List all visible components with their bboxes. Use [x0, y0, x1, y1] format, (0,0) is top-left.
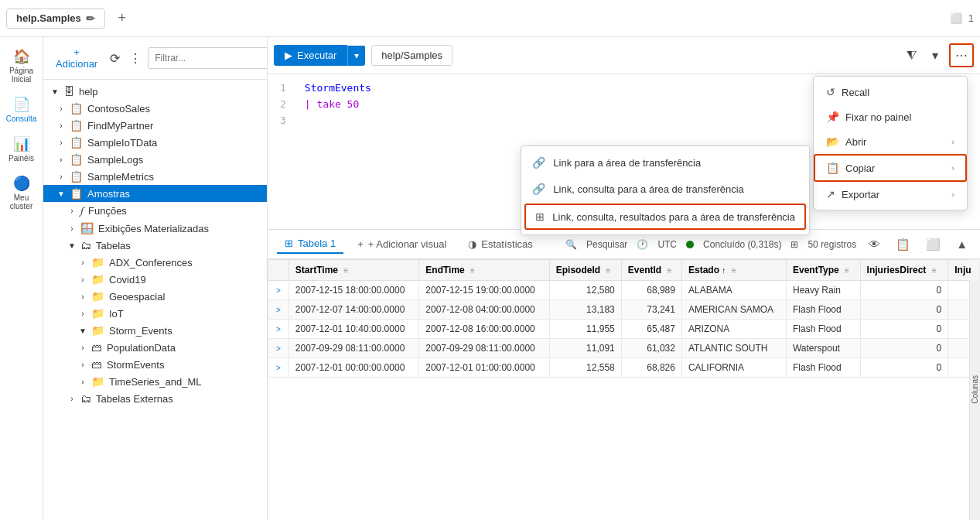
- results-toolbar: ⊞ Tabela 1 + + Adicionar visual ◑ Estatí…: [268, 230, 980, 259]
- kebab-icon[interactable]: ⋮: [126, 48, 145, 69]
- line-num-3: 3: [280, 113, 299, 129]
- tree-item-stormevents[interactable]: › 🗃 StormEvents: [43, 356, 267, 373]
- chevron-icon: ›: [77, 378, 88, 386]
- cell-episodeid: 11,955: [549, 320, 621, 339]
- tree-item-covid[interactable]: › 📁 Covid19: [43, 271, 267, 288]
- chevron-icon: ›: [56, 173, 67, 181]
- th-eventtype[interactable]: EventType ≡: [786, 260, 860, 281]
- tree-item-contosoSales[interactable]: › 📋 ContosoSales: [43, 100, 267, 117]
- more-options-button[interactable]: ⋯: [949, 43, 974, 67]
- tree-item-funcoes[interactable]: › 𝑓 Funções: [43, 202, 267, 220]
- active-tab[interactable]: help.Samples ✏: [6, 9, 105, 29]
- tree-item-sampleIoTData[interactable]: › 📋 SampleIoTData: [43, 134, 267, 151]
- nav-home[interactable]: 🏠 Página Inicial: [3, 43, 40, 88]
- expand-button[interactable]: >: [275, 325, 282, 334]
- nav-cluster[interactable]: 🔵 Meu cluster: [3, 170, 40, 215]
- nav-panels-label: Painéis: [9, 154, 34, 162]
- expand-button[interactable]: >: [275, 286, 282, 295]
- tree-item-amostras[interactable]: ▼ 📋 Amostras: [43, 185, 267, 202]
- add-tab-button[interactable]: +: [111, 8, 133, 29]
- collapse-results-icon-btn[interactable]: ▲: [953, 236, 971, 252]
- expand-cell[interactable]: >: [268, 339, 289, 358]
- results-tab-label: Tabela 1: [298, 238, 336, 249]
- expand-button[interactable]: >: [275, 364, 282, 372]
- filter-input[interactable]: [148, 47, 268, 69]
- folder-icon: 🗂: [80, 392, 91, 405]
- cell-starttime: 2007-12-01 00:00:00.0000: [289, 358, 418, 378]
- tree-item-tabext[interactable]: › 🗂 Tabelas Externas: [43, 390, 267, 407]
- cell-eventid: 61,032: [621, 339, 681, 358]
- search-label: Pesquisar: [586, 239, 627, 250]
- results-tab-visual[interactable]: + + Adicionar visual: [350, 235, 454, 253]
- results-tab-table[interactable]: ⊞ Tabela 1: [277, 234, 343, 254]
- sidebar-tree: ▼ 🗄 help › 📋 ContosoSales › 📋 FindMyPart…: [43, 80, 267, 520]
- table-icon: 📋: [70, 187, 83, 200]
- results-tab-stats[interactable]: ◑ Estatísticas: [460, 235, 540, 253]
- home-icon: 🏠: [13, 48, 30, 65]
- th-injuriesdirect[interactable]: InjuriesDirect ≡: [860, 260, 948, 281]
- chevron-icon: ▼: [77, 327, 88, 335]
- expand-cell[interactable]: >: [268, 300, 289, 320]
- tree-label: Geoespacial: [109, 291, 165, 303]
- expand-cell[interactable]: >: [268, 281, 289, 300]
- tree-item-timeseries[interactable]: › 📁 TimeSeries_and_ML: [43, 373, 267, 390]
- chevron-icon: ›: [77, 275, 88, 284]
- dropdown-icon-btn[interactable]: ▾: [927, 45, 943, 66]
- chevron-icon: ›: [67, 395, 77, 403]
- layout-icon-btn[interactable]: ⬜: [923, 236, 944, 253]
- table-row[interactable]: > 2007-12-01 10:40:00.0000 2007-12-08 16…: [268, 320, 980, 339]
- th-estado[interactable]: Estado ↑ ≡: [681, 260, 786, 281]
- table-row[interactable]: > 2007-09-29 08:11:00.0000 2007-09-29 08…: [268, 339, 980, 358]
- columns-label-vertical: Colunas: [969, 259, 980, 520]
- tree-item-adx[interactable]: › 📁 ADX_Conferences: [43, 254, 267, 271]
- expand-cell[interactable]: >: [268, 358, 289, 378]
- expand-cell[interactable]: >: [268, 320, 289, 339]
- expand-button[interactable]: >: [275, 344, 282, 353]
- th-eventid[interactable]: EventId ≡: [621, 260, 681, 281]
- tree-label: SampleMetrics: [87, 171, 154, 183]
- nav-panels[interactable]: 📊 Painéis: [3, 131, 40, 167]
- tree-item-help[interactable]: ▼ 🗄 help: [43, 83, 267, 100]
- tree-item-iot[interactable]: › 📁 IoT: [43, 305, 267, 322]
- run-button-group[interactable]: ▶ Executar ▾: [274, 45, 365, 66]
- search-icon: 🔍: [565, 239, 577, 250]
- th-expand: [268, 260, 289, 281]
- run-button-arrow[interactable]: ▾: [347, 46, 365, 66]
- tree-item-findMyPartner[interactable]: › 📋 FindMyPartner: [43, 117, 267, 134]
- table-row[interactable]: > 2007-12-15 18:00:00.0000 2007-12-15 19…: [268, 281, 980, 300]
- filter-icon-btn[interactable]: ⧨: [902, 46, 921, 66]
- tree-label: help: [79, 86, 98, 98]
- expand-button[interactable]: >: [275, 306, 282, 314]
- tree-item-exibicoes[interactable]: › 🪟 Exibições Materializadas: [43, 220, 267, 237]
- chevron-icon: ›: [67, 207, 77, 215]
- utc-label: UTC: [657, 239, 677, 250]
- th-inju[interactable]: Inju: [948, 260, 980, 281]
- table-row[interactable]: > 2007-12-07 14:00:00.0000 2007-12-08 04…: [268, 300, 980, 320]
- tree-item-geo[interactable]: › 📁 Geoespacial: [43, 288, 267, 305]
- line-num-2: 2: [280, 97, 299, 113]
- tree-item-tabelas[interactable]: ▼ 🗂 Tabelas: [43, 237, 267, 254]
- tree-item-sampleLogs[interactable]: › 📋 SampleLogs: [43, 151, 267, 168]
- th-episodeid[interactable]: EpisodeId ≡: [549, 260, 621, 281]
- tree-item-sampleMetrics[interactable]: › 📋 SampleMetrics: [43, 168, 267, 185]
- tree-item-population[interactable]: › 🗃 PopulationData: [43, 339, 267, 356]
- copy-results-icon-btn[interactable]: 📋: [893, 236, 913, 253]
- cell-episodeid: 12,558: [549, 358, 621, 378]
- th-endtime[interactable]: EndTime ≡: [419, 260, 549, 281]
- chevron-icon: ›: [77, 361, 88, 369]
- cell-endtime: 2007-12-01 01:00:00.0000: [419, 358, 549, 378]
- table2-icon: 🗃: [91, 358, 102, 371]
- cell-estado: ALABAMA: [681, 281, 786, 300]
- th-starttime[interactable]: StartTime ≡: [289, 260, 418, 281]
- editor-area[interactable]: 1 StormEvents 2 | take 50 3: [268, 74, 980, 229]
- tree-item-storm-events[interactable]: ▼ 📁 Storm_Events: [43, 322, 267, 339]
- run-button-main[interactable]: ▶ Executar: [274, 45, 347, 66]
- folder-icon: 📁: [91, 307, 104, 320]
- edit-tab-icon[interactable]: ✏: [86, 12, 95, 25]
- refresh-icon[interactable]: ⟳: [107, 48, 123, 69]
- table-row[interactable]: > 2007-12-01 00:00:00.0000 2007-12-01 01…: [268, 358, 980, 378]
- eye-icon-btn[interactable]: 👁: [866, 236, 883, 252]
- nav-query-label: Consulta: [6, 115, 36, 123]
- nav-query[interactable]: 📄 Consulta: [3, 91, 40, 128]
- add-button[interactable]: + Adicionar: [50, 43, 104, 73]
